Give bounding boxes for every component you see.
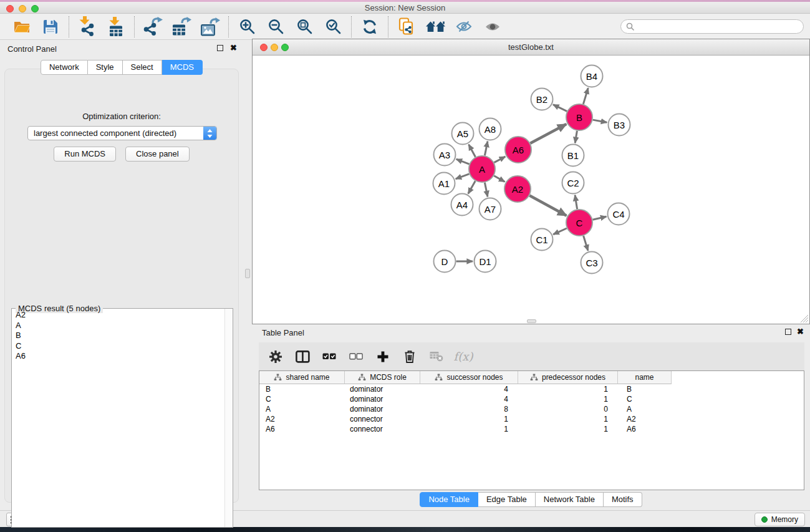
float-panel-icon[interactable] [217,45,223,51]
cell-mcds-role[interactable]: connector [345,424,420,434]
panel-split-divider[interactable] [243,40,252,510]
mcds-result-item-a[interactable]: A [12,321,224,331]
graph-node-D1[interactable]: D1 [475,251,496,273]
graph-edge-A-A4[interactable] [468,181,475,193]
function-builder-button[interactable]: f(x) [453,346,474,367]
graph-edge-C-C2[interactable] [575,195,577,210]
table-tab-node-table[interactable]: Node Table [420,492,478,507]
cell-predecessor-nodes[interactable]: 0 [518,404,618,414]
cell-shared-name[interactable]: A [259,404,345,414]
export-table-button[interactable] [170,16,193,38]
import-network-button[interactable] [76,16,99,38]
graph-node-A3[interactable]: A3 [434,144,456,166]
graph-edge-A-A5[interactable] [469,145,476,157]
result-scrollbar[interactable] [224,309,233,527]
graph-node-B3[interactable]: B3 [609,114,630,136]
graph-node-A2[interactable]: A2 [504,176,531,202]
close-panel-icon[interactable]: ✖ [230,43,237,52]
table-tab-edge-table[interactable]: Edge Table [478,492,536,507]
graph-node-C1[interactable]: C1 [531,229,553,251]
cell-shared-name[interactable]: C [259,394,345,404]
graph-edge-C-C4[interactable] [593,216,607,220]
hide-panel-button[interactable] [453,16,475,38]
graph-edge-A-A8[interactable] [485,142,488,156]
save-session-button[interactable] [39,16,62,38]
cell-name[interactable]: A [618,404,672,414]
cell-mcds-role[interactable]: dominator [345,404,420,414]
run-mcds-button[interactable]: Run MCDS [54,147,116,162]
cell-predecessor-nodes[interactable]: 1 [518,394,618,404]
deselect-all-button[interactable] [345,346,367,367]
refresh-layout-button[interactable] [359,16,381,38]
graph-edge-C-C1[interactable] [553,228,567,235]
table-close-panel-icon[interactable]: ✖ [797,327,804,336]
table-tab-motifs[interactable]: Motifs [604,492,642,507]
column-header-successor-nodes[interactable]: successor nodes [420,371,518,384]
table-mode-button[interactable] [265,346,286,367]
graph-edge-B-B1[interactable] [575,131,577,143]
delete-columns-button[interactable] [399,346,420,367]
zoom-fit-button[interactable] [293,16,316,38]
mcds-result-item-a6[interactable]: A6 [12,351,224,362]
table-row-b[interactable]: Bdominator41B [259,384,804,394]
cell-successor-nodes[interactable]: 4 [420,384,518,394]
home-button[interactable] [424,16,446,38]
table-float-panel-icon[interactable] [785,329,791,335]
tab-style[interactable]: Style [88,60,123,75]
zoom-selected-button[interactable] [322,16,344,38]
graph-edge-C-C3[interactable] [584,236,588,251]
graph-node-B2[interactable]: B2 [531,89,553,110]
cell-predecessor-nodes[interactable]: 1 [518,424,618,434]
graph-node-B4[interactable]: B4 [581,65,603,87]
graph-edge-A-A7[interactable] [485,183,488,197]
graph-node-D[interactable]: D [434,251,456,273]
graph-node-A[interactable]: A [469,156,495,182]
open-file-button[interactable] [11,16,33,38]
memory-button[interactable]: Memory [755,513,805,526]
delete-table-button[interactable] [426,346,447,367]
show-columns-button[interactable] [292,346,313,367]
graph-edge-B-B2[interactable] [553,105,567,112]
column-header-predecessor-nodes[interactable]: predecessor nodes [518,371,618,384]
cell-name[interactable]: A2 [618,414,672,424]
duplicate-network-button[interactable] [395,16,418,38]
bottom-divider-grip[interactable] [527,319,536,323]
graph-edge-B-B3[interactable] [593,120,607,122]
cell-shared-name[interactable]: A2 [259,414,345,424]
graph-node-B1[interactable]: B1 [562,145,584,167]
graph-node-A7[interactable]: A7 [480,198,501,220]
table-tab-network-table[interactable]: Network Table [536,492,604,507]
cell-successor-nodes[interactable]: 1 [420,424,518,434]
search-input[interactable] [638,22,798,31]
cell-predecessor-nodes[interactable]: 1 [518,384,618,394]
zoom-out-button[interactable] [264,16,287,38]
mcds-result-item-b[interactable]: B [12,331,224,341]
export-image-button[interactable] [199,16,221,38]
import-table-button[interactable] [105,16,127,38]
cell-successor-nodes[interactable]: 8 [420,404,518,414]
network-canvas[interactable]: B4B2BB3A8A5A6A3B1AA1C2A2A4A7C4CC1DD1C3 [253,56,809,323]
graph-node-A8[interactable]: A8 [480,118,501,140]
graph-node-A6[interactable]: A6 [505,137,531,163]
tab-network[interactable]: Network [41,60,88,75]
divider-grip[interactable] [245,269,250,278]
tab-select[interactable]: Select [123,60,162,75]
graph-node-A5[interactable]: A5 [452,123,474,145]
cell-mcds-role[interactable]: dominator [345,394,420,404]
column-header-mcds-role[interactable]: MCDS role [345,371,420,384]
criterion-select[interactable]: largest connected component (directed) [27,126,217,140]
graph-edge-A2-C[interactable] [529,196,566,216]
graph-node-C[interactable]: C [566,210,592,236]
graph-edge-A-A6[interactable] [494,157,505,163]
cell-mcds-role[interactable]: dominator [345,384,420,394]
graph-node-C2[interactable]: C2 [562,172,584,194]
mcds-result-item-a2[interactable]: A2 [12,310,224,321]
table-row-c[interactable]: Cdominator41C [259,394,804,404]
graph-edge-B-B4[interactable] [583,88,588,104]
show-panel-button[interactable] [481,16,504,38]
graph-edge-A-A3[interactable] [456,159,470,164]
graph-node-C3[interactable]: C3 [581,252,603,274]
graph-edge-A6-B[interactable] [530,124,566,143]
table-row-a6[interactable]: A6connector11A6 [259,424,804,434]
cell-name[interactable]: C [618,394,672,404]
